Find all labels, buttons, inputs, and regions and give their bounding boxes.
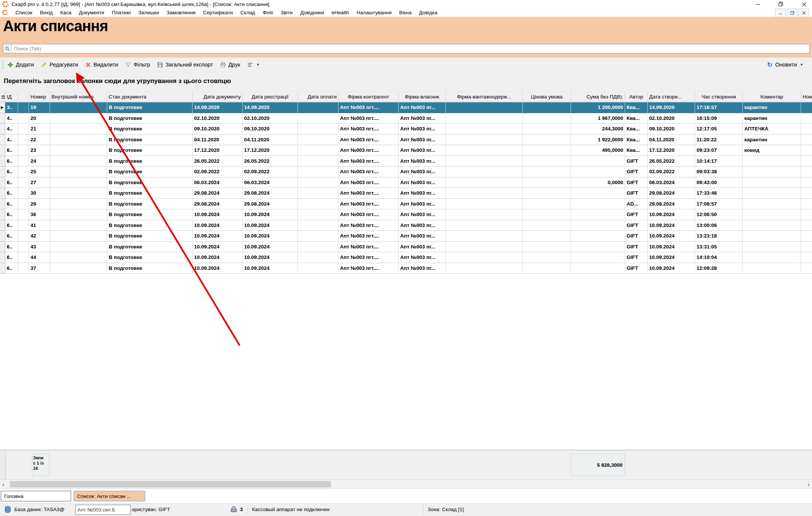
- cell-firm-consignee[interactable]: [446, 102, 523, 113]
- cell-number[interactable]: 19: [29, 102, 50, 113]
- cell-doc-date[interactable]: 10.09.2024: [193, 263, 243, 274]
- cell-reg-date[interactable]: 10.09.2024: [243, 263, 298, 274]
- cell-id[interactable]: 3..: [5, 102, 18, 113]
- cell-doc-date[interactable]: 10.09.2024: [193, 231, 243, 242]
- add-button[interactable]: Додати: [4, 60, 38, 70]
- export-button[interactable]: Загальний експорт: [153, 60, 216, 70]
- cell-doc-state[interactable]: В подготовке: [107, 220, 193, 231]
- cell-sum-no-vat[interactable]: 244,3000: [571, 124, 625, 135]
- column-header-id[interactable]: ІД: [5, 91, 18, 102]
- cell-doc-state[interactable]: В подготовке: [107, 231, 193, 242]
- cell-doc-date[interactable]: 26.05.2022: [193, 156, 243, 167]
- cell-author[interactable]: Ква...: [625, 124, 648, 135]
- cell-number[interactable]: 44: [29, 252, 50, 263]
- table-row[interactable]: 6..29В подготовке29.08.202429.08.2024Апт…: [0, 199, 812, 210]
- cell-reg-date[interactable]: 29.08.2024: [243, 188, 298, 199]
- cell-doc-date[interactable]: 06.03.2024: [193, 177, 243, 188]
- cell-icon[interactable]: [18, 145, 29, 156]
- cell-internal-number[interactable]: [50, 199, 107, 210]
- cell-number2[interactable]: [801, 124, 812, 135]
- cell-number[interactable]: 20: [29, 113, 50, 124]
- cell-pay-date[interactable]: [298, 124, 338, 135]
- cell-doc-date[interactable]: 17.12.2020: [193, 145, 243, 156]
- cell-reg-date[interactable]: 10.09.2024: [243, 252, 298, 263]
- menu-item-платежі[interactable]: Платежі: [108, 9, 134, 17]
- cell-number[interactable]: 25: [29, 166, 50, 177]
- cell-number2[interactable]: [801, 209, 812, 220]
- cell-id[interactable]: 6..: [5, 209, 18, 220]
- menu-item-налаштування[interactable]: Налаштування: [353, 9, 395, 17]
- cell-created-time[interactable]: 13:23:18: [695, 231, 743, 242]
- cell-created-date[interactable]: 17.12.2020: [648, 145, 695, 156]
- cell-sum-no-vat[interactable]: [571, 242, 625, 253]
- cell-doc-date[interactable]: 04.11.2020: [193, 135, 243, 145]
- cell-firm-consignee[interactable]: [446, 231, 523, 242]
- cell-firm-contragent[interactable]: Апт №003 пгт....: [338, 145, 399, 156]
- cell-comment[interactable]: АПТЕЧКА: [743, 124, 801, 135]
- cell-firm-consignee[interactable]: [446, 124, 523, 135]
- cell-doc-date[interactable]: 10.09.2024: [193, 220, 243, 231]
- column-header-firm-contragent[interactable]: Фірма-контрагент: [338, 91, 399, 102]
- cell-number[interactable]: 29: [29, 199, 50, 210]
- cell-firm-contragent[interactable]: Апт №003 пгт....: [338, 124, 399, 135]
- column-header-comment[interactable]: Коментар: [743, 91, 801, 102]
- column-header-pay-date[interactable]: Дата оплати: [298, 91, 338, 102]
- cell-doc-state[interactable]: В подготовке: [107, 242, 193, 253]
- cell-icon[interactable]: [18, 124, 29, 135]
- cell-sum-no-vat[interactable]: [571, 252, 625, 263]
- cell-created-date[interactable]: 10.09.2024: [648, 263, 695, 274]
- cell-id[interactable]: 6..: [5, 199, 18, 210]
- cell-sum-no-vat[interactable]: 1 922,0000: [571, 135, 625, 145]
- cell-number[interactable]: 22: [29, 135, 50, 145]
- cell-comment[interactable]: [743, 220, 801, 231]
- cell-firm-owner[interactable]: Апт №003 пг...: [399, 263, 446, 274]
- cell-comment[interactable]: [743, 231, 801, 242]
- cell-created-time[interactable]: 10:14:17: [695, 156, 743, 167]
- cell-reg-date[interactable]: 10.09.2024: [243, 231, 298, 242]
- cell-firm-contragent[interactable]: Апт №003 пгт....: [338, 113, 399, 124]
- cell-firm-consignee[interactable]: [446, 188, 523, 199]
- cell-doc-state[interactable]: В подготовке: [107, 102, 193, 113]
- cell-pay-date[interactable]: [298, 220, 338, 231]
- cell-author[interactable]: GIFT: [625, 156, 648, 167]
- cell-pay-date[interactable]: [298, 188, 338, 199]
- cell-firm-owner[interactable]: Апт №003 пг...: [399, 209, 446, 220]
- cell-created-time[interactable]: 09:03:38: [695, 166, 743, 177]
- cell-price-condition[interactable]: [523, 220, 571, 231]
- cell-icon[interactable]: [18, 135, 29, 145]
- cell-firm-contragent[interactable]: Апт №003 пгт....: [338, 166, 399, 177]
- cell-icon[interactable]: [18, 252, 29, 263]
- cell-created-time[interactable]: 11:20:22: [695, 135, 743, 145]
- cell-created-time[interactable]: 17:08:57: [695, 199, 743, 210]
- cell-doc-state[interactable]: В подготовке: [107, 166, 193, 177]
- cell-doc-state[interactable]: В подготовке: [107, 113, 193, 124]
- cell-icon[interactable]: [18, 166, 29, 177]
- menu-item-список[interactable]: Список: [12, 9, 36, 17]
- cell-author[interactable]: Ква...: [625, 113, 648, 124]
- cell-created-time[interactable]: 17:16:57: [695, 102, 743, 113]
- cell-author[interactable]: GIFT: [625, 209, 648, 220]
- cell-doc-state[interactable]: В подготовке: [107, 188, 193, 199]
- scroll-left-arrow[interactable]: ‹: [0, 481, 7, 488]
- cell-number2[interactable]: [801, 166, 812, 177]
- cell-firm-contragent[interactable]: Апт №003 пгт....: [338, 252, 399, 263]
- group-by-panel[interactable]: Перетягніть заголовок колонки сюди для у…: [0, 72, 812, 91]
- cell-created-date[interactable]: 10.09.2024: [648, 252, 695, 263]
- cell-doc-date[interactable]: 29.08.2024: [193, 199, 243, 210]
- cell-number2[interactable]: [801, 188, 812, 199]
- cell-sum-no-vat[interactable]: [571, 220, 625, 231]
- menu-item-звіти[interactable]: Звіти: [277, 9, 296, 17]
- cell-sum-no-vat[interactable]: [571, 188, 625, 199]
- cell-doc-state[interactable]: В подготовке: [107, 263, 193, 274]
- menu-item-склад[interactable]: Склад: [237, 9, 259, 17]
- cell-pay-date[interactable]: [298, 135, 338, 145]
- cell-comment[interactable]: [743, 156, 801, 167]
- cell-comment[interactable]: карантин: [743, 135, 801, 145]
- edit-button[interactable]: Редагувати: [38, 60, 82, 70]
- cell-reg-date[interactable]: 26.05.2022: [243, 156, 298, 167]
- minimize-button[interactable]: [753, 1, 762, 8]
- cell-created-time[interactable]: 13:00:06: [695, 220, 743, 231]
- print-button[interactable]: Друк: [216, 60, 243, 70]
- cell-number[interactable]: 41: [29, 220, 50, 231]
- child-close-button[interactable]: [798, 9, 809, 17]
